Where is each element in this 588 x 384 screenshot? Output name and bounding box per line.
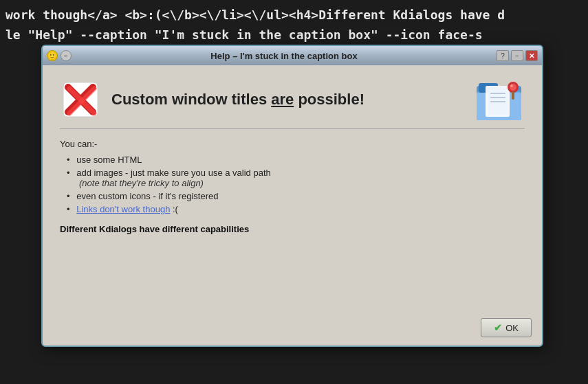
- dialog-title: Help – I'm stuck in the caption box: [72, 51, 497, 61]
- ok-label: OK: [505, 323, 519, 333]
- terminal-line-1: work though</a> <b>:(<\/b><\/li><\/ul><h…: [6, 5, 582, 25]
- close-icon: ✕: [529, 52, 534, 60]
- links-link[interactable]: Links don't work though: [76, 204, 170, 214]
- links-suffix: :(: [170, 204, 178, 214]
- titlebar-minimize-button[interactable]: −: [61, 50, 72, 61]
- dialog-window: 🙂 − Help – I'm stuck in the caption box …: [41, 45, 543, 347]
- dialog-header: Custom window titles are possible!: [60, 79, 525, 120]
- titlebar-controls: ? − ✕: [497, 50, 538, 61]
- minimize-icon: −: [64, 52, 68, 60]
- help-icon: ?: [501, 52, 505, 60]
- titlebar: 🙂 − Help – I'm stuck in the caption box …: [43, 46, 542, 65]
- dialog-main-title: Custom window titles are possible!: [111, 91, 364, 109]
- list-item-icons: even custom icons - if it's registered: [67, 191, 525, 201]
- close-button[interactable]: ✕: [525, 50, 538, 61]
- terminal-line-2: le "Help" --caption "I'm stuck in the ca…: [6, 25, 582, 45]
- error-icon: [60, 79, 101, 120]
- svg-rect-12: [512, 91, 514, 100]
- ok-button[interactable]: ✔ OK: [481, 318, 532, 337]
- help-button[interactable]: ?: [497, 50, 509, 61]
- footer-bold-text: Different Kdialogs have different capabi…: [60, 224, 525, 234]
- list-item-links: Links don't work though :(: [67, 204, 525, 214]
- window-minimize-button[interactable]: −: [511, 50, 523, 61]
- bullet-images-text: add images - just make sure you use a va…: [76, 168, 271, 178]
- bullet-images-note: (note that they're tricky to align): [79, 178, 525, 188]
- dialog-content: You can:- use some HTML add images - jus…: [60, 139, 525, 234]
- dialog-body: Custom window titles are possible! You c…: [43, 65, 542, 313]
- list-item-images: add images - just make sure you use a va…: [67, 168, 525, 188]
- bullet-icons-text: even custom icons - if it's registered: [76, 191, 218, 201]
- separator: [60, 128, 525, 129]
- dialog-footer: ✔ OK: [43, 313, 542, 346]
- html-keyword: HTML: [118, 155, 142, 165]
- svg-point-10: [510, 84, 516, 91]
- bullet-list: use some HTML add images - just make sur…: [60, 155, 525, 214]
- titlebar-left: 🙂 −: [47, 50, 72, 61]
- you-can-label: You can:-: [60, 139, 525, 149]
- smiley-icon[interactable]: 🙂: [47, 50, 58, 61]
- ok-checkmark-icon: ✔: [494, 322, 502, 333]
- folder-icon: [473, 72, 528, 124]
- svg-point-11: [510, 84, 513, 87]
- window-minimize-icon: −: [515, 52, 519, 60]
- bullet-html-text: use some HTML: [76, 155, 142, 165]
- list-item-html: use some HTML: [67, 155, 525, 165]
- dialog-wrapper: 🙂 − Help – I'm stuck in the caption box …: [41, 45, 543, 347]
